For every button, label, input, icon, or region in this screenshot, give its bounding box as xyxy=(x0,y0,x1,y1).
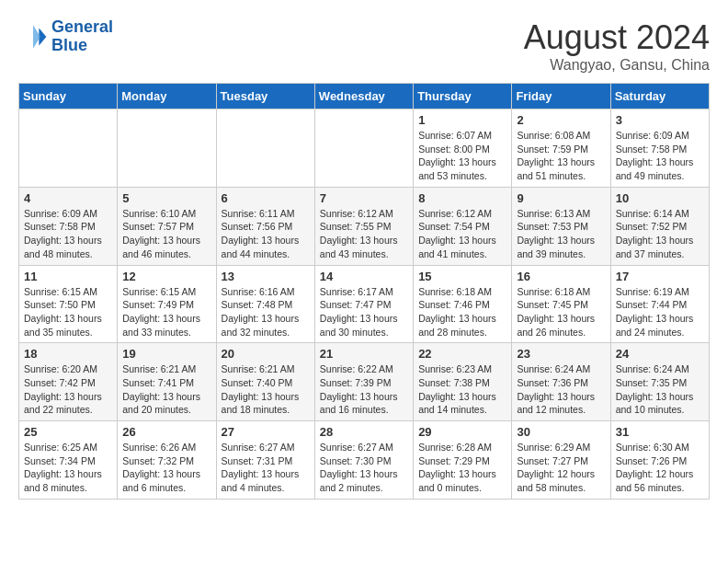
day-number: 7 xyxy=(320,191,408,205)
day-info: Sunrise: 6:13 AM Sunset: 7:53 PM Dayligh… xyxy=(517,207,605,261)
column-header-wednesday: Wednesday xyxy=(314,84,413,109)
day-info: Sunrise: 6:16 AM Sunset: 7:48 PM Dayligh… xyxy=(222,285,310,339)
day-number: 29 xyxy=(418,425,506,439)
day-info: Sunrise: 6:28 AM Sunset: 7:29 PM Dayligh… xyxy=(418,441,506,495)
week-row-1: 1Sunrise: 6:07 AM Sunset: 8:00 PM Daylig… xyxy=(19,109,710,188)
day-info: Sunrise: 6:19 AM Sunset: 7:44 PM Dayligh… xyxy=(616,285,704,339)
day-cell: 23Sunrise: 6:24 AM Sunset: 7:36 PM Dayli… xyxy=(512,343,610,421)
day-info: Sunrise: 6:12 AM Sunset: 7:54 PM Dayligh… xyxy=(418,207,506,261)
day-cell: 12Sunrise: 6:15 AM Sunset: 7:49 PM Dayli… xyxy=(118,265,216,343)
day-cell: 27Sunrise: 6:27 AM Sunset: 7:31 PM Dayli… xyxy=(216,421,314,500)
day-number: 19 xyxy=(122,347,210,361)
day-cell: 25Sunrise: 6:25 AM Sunset: 7:34 PM Dayli… xyxy=(19,421,118,500)
day-number: 8 xyxy=(418,191,506,205)
day-number: 2 xyxy=(517,113,605,127)
day-cell xyxy=(118,109,216,188)
day-cell: 7Sunrise: 6:12 AM Sunset: 7:55 PM Daylig… xyxy=(314,187,413,265)
day-number: 5 xyxy=(122,191,210,205)
column-header-sunday: Sunday xyxy=(19,84,118,109)
day-number: 3 xyxy=(616,113,704,127)
day-number: 16 xyxy=(517,270,605,283)
day-cell: 28Sunrise: 6:27 AM Sunset: 7:30 PM Dayli… xyxy=(314,421,413,500)
day-cell: 9Sunrise: 6:13 AM Sunset: 7:53 PM Daylig… xyxy=(512,187,610,265)
day-cell: 1Sunrise: 6:07 AM Sunset: 8:00 PM Daylig… xyxy=(414,109,512,188)
day-number: 28 xyxy=(320,425,408,439)
day-cell: 8Sunrise: 6:12 AM Sunset: 7:54 PM Daylig… xyxy=(414,187,512,265)
day-number: 4 xyxy=(24,191,112,205)
day-cell: 11Sunrise: 6:15 AM Sunset: 7:50 PM Dayli… xyxy=(19,265,118,343)
day-number: 1 xyxy=(418,113,506,127)
day-info: Sunrise: 6:24 AM Sunset: 7:36 PM Dayligh… xyxy=(517,362,605,417)
day-cell: 14Sunrise: 6:17 AM Sunset: 7:47 PM Dayli… xyxy=(314,265,413,343)
day-info: Sunrise: 6:23 AM Sunset: 7:38 PM Dayligh… xyxy=(418,362,506,417)
day-info: Sunrise: 6:30 AM Sunset: 7:26 PM Dayligh… xyxy=(616,441,704,495)
day-info: Sunrise: 6:07 AM Sunset: 8:00 PM Dayligh… xyxy=(418,129,506,183)
day-cell: 29Sunrise: 6:28 AM Sunset: 7:29 PM Dayli… xyxy=(414,421,512,500)
day-cell: 20Sunrise: 6:21 AM Sunset: 7:40 PM Dayli… xyxy=(216,343,314,421)
day-info: Sunrise: 6:10 AM Sunset: 7:57 PM Dayligh… xyxy=(122,207,210,261)
day-number: 11 xyxy=(24,270,112,283)
column-header-monday: Monday xyxy=(118,84,216,109)
day-info: Sunrise: 6:29 AM Sunset: 7:27 PM Dayligh… xyxy=(517,441,605,495)
day-number: 24 xyxy=(616,347,704,361)
calendar-title: August 2024 xyxy=(524,18,710,57)
day-number: 31 xyxy=(616,425,704,439)
day-cell: 3Sunrise: 6:09 AM Sunset: 7:58 PM Daylig… xyxy=(610,109,709,188)
day-cell: 22Sunrise: 6:23 AM Sunset: 7:38 PM Dayli… xyxy=(414,343,512,421)
day-number: 27 xyxy=(222,425,310,439)
day-cell: 2Sunrise: 6:08 AM Sunset: 7:59 PM Daylig… xyxy=(512,109,610,188)
day-info: Sunrise: 6:11 AM Sunset: 7:56 PM Dayligh… xyxy=(222,207,310,261)
day-cell: 18Sunrise: 6:20 AM Sunset: 7:42 PM Dayli… xyxy=(19,343,118,421)
day-cell: 19Sunrise: 6:21 AM Sunset: 7:41 PM Dayli… xyxy=(118,343,216,421)
week-row-2: 4Sunrise: 6:09 AM Sunset: 7:58 PM Daylig… xyxy=(19,187,710,265)
day-number: 17 xyxy=(616,270,704,283)
day-cell: 13Sunrise: 6:16 AM Sunset: 7:48 PM Dayli… xyxy=(216,265,314,343)
day-number: 9 xyxy=(517,191,605,205)
day-info: Sunrise: 6:27 AM Sunset: 7:31 PM Dayligh… xyxy=(222,441,310,495)
day-info: Sunrise: 6:15 AM Sunset: 7:49 PM Dayligh… xyxy=(122,285,210,339)
day-cell: 26Sunrise: 6:26 AM Sunset: 7:32 PM Dayli… xyxy=(118,421,216,500)
logo-text: General Blue xyxy=(51,18,113,55)
column-header-friday: Friday xyxy=(512,84,610,109)
day-number: 20 xyxy=(222,347,310,361)
day-number: 26 xyxy=(122,425,210,439)
calendar-table: SundayMondayTuesdayWednesdayThursdayFrid… xyxy=(18,83,710,500)
day-number: 12 xyxy=(122,270,210,283)
day-info: Sunrise: 6:18 AM Sunset: 7:46 PM Dayligh… xyxy=(418,285,506,339)
week-row-3: 11Sunrise: 6:15 AM Sunset: 7:50 PM Dayli… xyxy=(19,265,710,343)
day-number: 30 xyxy=(517,425,605,439)
day-cell: 15Sunrise: 6:18 AM Sunset: 7:46 PM Dayli… xyxy=(414,265,512,343)
day-cell: 16Sunrise: 6:18 AM Sunset: 7:45 PM Dayli… xyxy=(512,265,610,343)
day-cell: 30Sunrise: 6:29 AM Sunset: 7:27 PM Dayli… xyxy=(512,421,610,500)
day-number: 18 xyxy=(24,347,112,361)
column-header-tuesday: Tuesday xyxy=(216,84,314,109)
day-cell: 21Sunrise: 6:22 AM Sunset: 7:39 PM Dayli… xyxy=(314,343,413,421)
logo: General Blue xyxy=(18,18,113,55)
day-info: Sunrise: 6:21 AM Sunset: 7:41 PM Dayligh… xyxy=(122,362,210,417)
day-cell: 4Sunrise: 6:09 AM Sunset: 7:58 PM Daylig… xyxy=(19,187,118,265)
day-cell xyxy=(314,109,413,188)
day-info: Sunrise: 6:27 AM Sunset: 7:30 PM Dayligh… xyxy=(320,441,408,495)
day-number: 10 xyxy=(616,191,704,205)
day-number: 25 xyxy=(24,425,112,439)
column-header-thursday: Thursday xyxy=(414,84,512,109)
week-row-4: 18Sunrise: 6:20 AM Sunset: 7:42 PM Dayli… xyxy=(19,343,710,421)
day-number: 21 xyxy=(320,347,408,361)
day-info: Sunrise: 6:08 AM Sunset: 7:59 PM Dayligh… xyxy=(517,129,605,183)
page-header: General Blue August 2024 Wangyao, Gansu,… xyxy=(18,18,710,74)
day-number: 6 xyxy=(222,191,310,205)
day-info: Sunrise: 6:12 AM Sunset: 7:55 PM Dayligh… xyxy=(320,207,408,261)
logo-icon xyxy=(18,22,48,52)
day-number: 15 xyxy=(418,270,506,283)
column-header-saturday: Saturday xyxy=(610,84,709,109)
day-cell xyxy=(19,109,118,188)
day-cell: 10Sunrise: 6:14 AM Sunset: 7:52 PM Dayli… xyxy=(610,187,709,265)
day-cell: 24Sunrise: 6:24 AM Sunset: 7:35 PM Dayli… xyxy=(610,343,709,421)
day-info: Sunrise: 6:22 AM Sunset: 7:39 PM Dayligh… xyxy=(320,362,408,417)
title-block: August 2024 Wangyao, Gansu, China xyxy=(524,18,710,74)
day-info: Sunrise: 6:17 AM Sunset: 7:47 PM Dayligh… xyxy=(320,285,408,339)
calendar-subtitle: Wangyao, Gansu, China xyxy=(524,57,710,74)
header-row: SundayMondayTuesdayWednesdayThursdayFrid… xyxy=(19,84,710,109)
day-cell: 31Sunrise: 6:30 AM Sunset: 7:26 PM Dayli… xyxy=(610,421,709,500)
day-info: Sunrise: 6:18 AM Sunset: 7:45 PM Dayligh… xyxy=(517,285,605,339)
